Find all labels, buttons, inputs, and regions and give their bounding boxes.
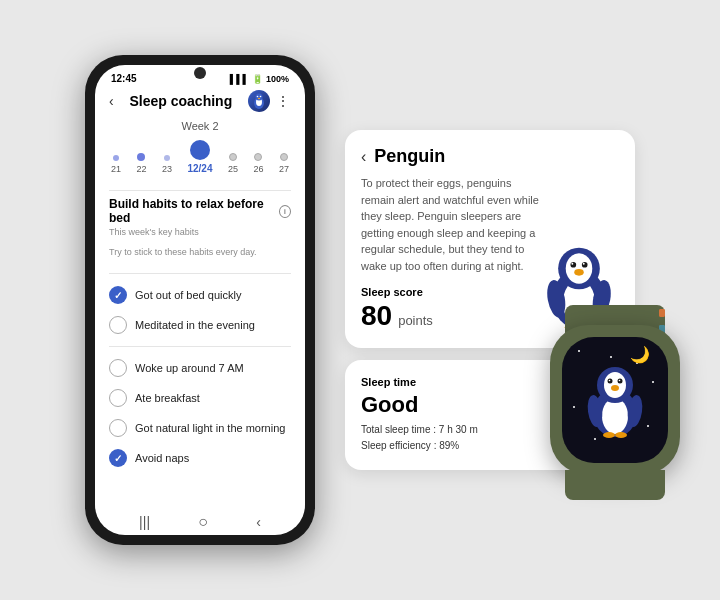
day-dot-27 <box>280 153 288 161</box>
header-icons: ⋮ <box>248 90 291 112</box>
habit-label-6: Avoid naps <box>135 452 189 464</box>
bottom-nav: ||| ○ ‹ <box>95 505 305 535</box>
more-options-icon[interactable]: ⋮ <box>276 93 291 109</box>
status-time: 12:45 <box>111 73 137 84</box>
scene: 12:45 ▌▌▌ 🔋 100% ‹ Sleep coaching <box>0 0 720 600</box>
habit-check-3[interactable] <box>109 359 127 377</box>
day-num-21: 21 <box>111 164 121 174</box>
section-title: Build habits to relax before bed i <box>109 197 291 225</box>
smartwatch: 🌙 <box>535 305 695 500</box>
week-label: Week 2 <box>109 120 291 132</box>
svg-point-24 <box>608 379 610 381</box>
app-header: ‹ Sleep coaching <box>109 88 291 112</box>
nav-bars-icon[interactable]: ||| <box>139 514 150 530</box>
svg-point-13 <box>583 263 585 265</box>
habit-check-2[interactable] <box>109 316 127 334</box>
info-icon[interactable]: i <box>279 205 291 218</box>
divider-3 <box>109 346 291 347</box>
day-dot-21 <box>113 155 119 161</box>
score-unit: points <box>398 313 433 328</box>
habit-label-5: Got natural light in the morning <box>135 422 285 434</box>
svg-point-27 <box>611 385 619 391</box>
svg-point-9 <box>566 253 593 283</box>
status-bar: 12:45 ▌▌▌ 🔋 100% <box>95 65 305 88</box>
card-header: ‹ Penguin <box>361 146 619 167</box>
habit-item-5: Got natural light in the morning <box>109 413 291 443</box>
habit-check-5[interactable] <box>109 419 127 437</box>
habit-check-1[interactable] <box>109 286 127 304</box>
habit-label-1: Got out of bed quickly <box>135 289 241 301</box>
battery-icon: 🔋 <box>252 74 263 84</box>
day-26[interactable]: 26 <box>253 153 263 174</box>
habit-item-2: Meditated in the evening <box>109 310 291 340</box>
svg-point-31 <box>615 432 627 438</box>
nav-home-icon[interactable]: ○ <box>198 513 208 531</box>
svg-point-14 <box>574 269 583 276</box>
habit-item-6: Avoid naps <box>109 443 291 473</box>
card-back-button[interactable]: ‹ <box>361 148 366 166</box>
day-23[interactable]: 23 <box>162 155 172 174</box>
phone-content: ‹ Sleep coaching <box>95 88 305 505</box>
page-title: Sleep coaching <box>129 93 232 109</box>
watch-band-bottom <box>565 470 665 500</box>
right-section: ‹ Penguin To protect their eggs, penguin… <box>345 130 635 470</box>
day-22[interactable]: 22 <box>136 153 146 174</box>
card-title: Penguin <box>374 146 445 167</box>
svg-point-11 <box>571 263 573 265</box>
svg-point-26 <box>618 379 620 381</box>
watch-screen: 🌙 <box>562 337 668 463</box>
habit-label-4: Ate breakfast <box>135 392 200 404</box>
habit-item-1: Got out of bed quickly <box>109 280 291 310</box>
day-num-25: 25 <box>228 164 238 174</box>
day-num-24: 12/24 <box>187 163 212 174</box>
svg-point-12 <box>582 262 588 268</box>
habit-check-4[interactable] <box>109 389 127 407</box>
habit-check-6[interactable] <box>109 449 127 467</box>
day-24[interactable]: 12/24 <box>187 140 212 174</box>
habit-item-4: Ate breakfast <box>109 383 291 413</box>
day-num-27: 27 <box>279 164 289 174</box>
watch-penguin-icon <box>583 363 648 438</box>
habit-label-3: Woke up around 7 AM <box>135 362 244 374</box>
days-row: 21 22 23 12/24 <box>109 140 291 174</box>
svg-point-4 <box>260 96 262 98</box>
divider-2 <box>109 273 291 274</box>
svg-point-2 <box>256 94 263 101</box>
back-button[interactable]: ‹ <box>109 93 114 109</box>
battery-percent: 100% <box>266 74 289 84</box>
divider-1 <box>109 190 291 191</box>
svg-point-5 <box>258 98 260 99</box>
day-25[interactable]: 25 <box>228 153 238 174</box>
day-num-23: 23 <box>162 164 172 174</box>
day-num-26: 26 <box>253 164 263 174</box>
svg-point-30 <box>603 432 615 438</box>
day-27[interactable]: 27 <box>279 153 289 174</box>
section-subtitle-1: This week's key habits <box>109 227 291 237</box>
svg-point-3 <box>257 96 259 98</box>
score-value: 80 <box>361 300 392 332</box>
score-label: Sleep score <box>361 286 539 298</box>
day-dot-26 <box>254 153 262 161</box>
day-num-22: 22 <box>136 164 146 174</box>
watch-shell: 🌙 <box>550 325 680 475</box>
habit-item-3: Woke up around 7 AM <box>109 353 291 383</box>
phone-shell: 12:45 ▌▌▌ 🔋 100% ‹ Sleep coaching <box>85 55 315 545</box>
watch-moon-icon: 🌙 <box>630 345 650 364</box>
phone-screen: 12:45 ▌▌▌ 🔋 100% ‹ Sleep coaching <box>95 65 305 535</box>
section-title-text: Build habits to relax before bed <box>109 197 275 225</box>
card-description: To protect their eggs, penguins remain a… <box>361 175 539 274</box>
section-subtitle-2: Try to stick to these habits every day. <box>109 247 291 257</box>
status-icons: ▌▌▌ 🔋 100% <box>230 74 289 84</box>
day-dot-24 <box>190 140 210 160</box>
nav-back-icon[interactable]: ‹ <box>256 514 261 530</box>
day-dot-23 <box>164 155 170 161</box>
svg-point-20 <box>602 398 628 434</box>
sleep-card-wrapper: Sleep time Good Total sleep time : 7 h 3… <box>345 360 635 470</box>
day-dot-22 <box>137 153 145 161</box>
svg-point-10 <box>570 262 576 268</box>
signal-icon: ▌▌▌ <box>230 74 249 84</box>
day-dot-25 <box>229 153 237 161</box>
habit-label-2: Meditated in the evening <box>135 319 255 331</box>
day-21[interactable]: 21 <box>111 155 121 174</box>
penguin-avatar-icon[interactable] <box>248 90 270 112</box>
